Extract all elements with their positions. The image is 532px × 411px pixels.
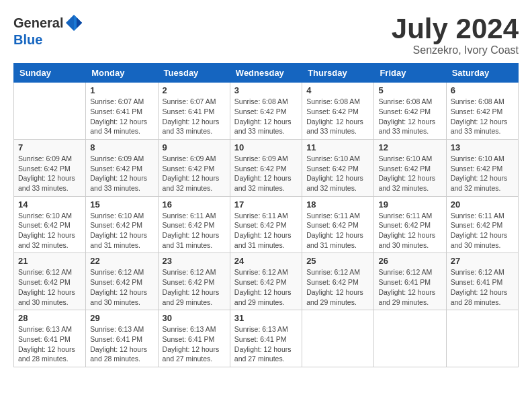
calendar-cell	[302, 310, 374, 367]
calendar-cell: 21Sunrise: 6:12 AM Sunset: 6:42 PM Dayli…	[14, 253, 86, 310]
day-number: 20	[451, 199, 514, 210]
calendar-cell: 3Sunrise: 6:08 AM Sunset: 6:42 PM Daylig…	[230, 83, 302, 140]
day-number: 22	[90, 256, 153, 266]
calendar-cell: 19Sunrise: 6:11 AM Sunset: 6:42 PM Dayli…	[374, 196, 446, 253]
calendar-cell: 9Sunrise: 6:09 AM Sunset: 6:42 PM Daylig…	[158, 139, 230, 196]
day-info: Sunrise: 6:12 AM Sunset: 6:41 PM Dayligh…	[451, 267, 514, 307]
day-number: 16	[163, 199, 226, 210]
calendar-cell: 1Sunrise: 6:07 AM Sunset: 6:41 PM Daylig…	[86, 83, 158, 140]
calendar-cell	[446, 310, 518, 367]
weekday-header-saturday: Saturday	[446, 64, 518, 83]
day-number: 18	[306, 199, 369, 210]
day-number: 12	[378, 142, 441, 152]
svg-marker-2	[77, 17, 82, 28]
weekday-header-monday: Monday	[86, 64, 158, 83]
day-number: 28	[18, 313, 81, 323]
calendar-week-2: 7Sunrise: 6:09 AM Sunset: 6:42 PM Daylig…	[14, 139, 519, 196]
calendar-week-5: 28Sunrise: 6:13 AM Sunset: 6:41 PM Dayli…	[14, 310, 519, 367]
calendar-week-4: 21Sunrise: 6:12 AM Sunset: 6:42 PM Dayli…	[14, 253, 519, 310]
logo-general-text: General	[13, 15, 63, 31]
day-info: Sunrise: 6:08 AM Sunset: 6:42 PM Dayligh…	[378, 97, 441, 136]
day-number: 25	[306, 256, 369, 266]
calendar-cell: 30Sunrise: 6:13 AM Sunset: 6:41 PM Dayli…	[158, 310, 230, 367]
weekday-header-sunday: Sunday	[14, 64, 86, 83]
calendar-week-1: 1Sunrise: 6:07 AM Sunset: 6:41 PM Daylig…	[14, 83, 519, 140]
day-number: 17	[234, 199, 298, 210]
calendar-cell: 12Sunrise: 6:10 AM Sunset: 6:42 PM Dayli…	[374, 139, 446, 196]
day-number: 13	[451, 142, 514, 152]
calendar-cell: 27Sunrise: 6:12 AM Sunset: 6:41 PM Dayli…	[446, 253, 518, 310]
calendar-cell: 31Sunrise: 6:13 AM Sunset: 6:41 PM Dayli…	[230, 310, 302, 367]
calendar-cell: 17Sunrise: 6:11 AM Sunset: 6:42 PM Dayli…	[230, 196, 302, 253]
day-info: Sunrise: 6:09 AM Sunset: 6:42 PM Dayligh…	[90, 154, 153, 193]
calendar-cell: 11Sunrise: 6:10 AM Sunset: 6:42 PM Dayli…	[302, 139, 374, 196]
page-header: General Blue July 2024 Senzekro, Ivory C…	[13, 13, 519, 56]
day-info: Sunrise: 6:12 AM Sunset: 6:42 PM Dayligh…	[306, 267, 369, 307]
calendar-cell: 14Sunrise: 6:10 AM Sunset: 6:42 PM Dayli…	[14, 196, 86, 253]
calendar-cell: 18Sunrise: 6:11 AM Sunset: 6:42 PM Dayli…	[302, 196, 374, 253]
calendar-cell: 2Sunrise: 6:07 AM Sunset: 6:41 PM Daylig…	[158, 83, 230, 140]
logo-blue-text: Blue	[13, 32, 42, 48]
weekday-header-row: SundayMondayTuesdayWednesdayThursdayFrid…	[14, 64, 519, 83]
calendar-cell: 7Sunrise: 6:09 AM Sunset: 6:42 PM Daylig…	[14, 139, 86, 196]
calendar-cell: 4Sunrise: 6:08 AM Sunset: 6:42 PM Daylig…	[302, 83, 374, 140]
calendar-week-3: 14Sunrise: 6:10 AM Sunset: 6:42 PM Dayli…	[14, 196, 519, 253]
title-section: July 2024 Senzekro, Ivory Coast	[392, 13, 519, 56]
calendar-cell	[374, 310, 446, 367]
calendar-cell: 6Sunrise: 6:08 AM Sunset: 6:42 PM Daylig…	[446, 83, 518, 140]
calendar-cell: 13Sunrise: 6:10 AM Sunset: 6:42 PM Dayli…	[446, 139, 518, 196]
day-info: Sunrise: 6:10 AM Sunset: 6:42 PM Dayligh…	[451, 154, 514, 193]
calendar-cell: 8Sunrise: 6:09 AM Sunset: 6:42 PM Daylig…	[86, 139, 158, 196]
day-info: Sunrise: 6:11 AM Sunset: 6:42 PM Dayligh…	[451, 211, 514, 250]
day-number: 21	[18, 256, 81, 266]
day-info: Sunrise: 6:09 AM Sunset: 6:42 PM Dayligh…	[18, 154, 81, 193]
calendar-cell: 24Sunrise: 6:12 AM Sunset: 6:42 PM Dayli…	[230, 253, 302, 310]
weekday-header-friday: Friday	[374, 64, 446, 83]
day-info: Sunrise: 6:10 AM Sunset: 6:42 PM Dayligh…	[90, 211, 153, 250]
day-info: Sunrise: 6:12 AM Sunset: 6:42 PM Dayligh…	[18, 267, 81, 307]
calendar-cell: 26Sunrise: 6:12 AM Sunset: 6:41 PM Dayli…	[374, 253, 446, 310]
day-number: 2	[163, 85, 226, 95]
day-info: Sunrise: 6:11 AM Sunset: 6:42 PM Dayligh…	[163, 211, 226, 250]
day-info: Sunrise: 6:12 AM Sunset: 6:42 PM Dayligh…	[163, 267, 226, 307]
day-number: 15	[90, 199, 153, 210]
calendar-cell: 10Sunrise: 6:09 AM Sunset: 6:42 PM Dayli…	[230, 139, 302, 196]
logo: General Blue	[13, 13, 85, 48]
day-number: 24	[234, 256, 298, 266]
weekday-header-wednesday: Wednesday	[230, 64, 302, 83]
day-number: 26	[378, 256, 441, 266]
day-number: 4	[306, 85, 369, 95]
day-info: Sunrise: 6:09 AM Sunset: 6:42 PM Dayligh…	[163, 154, 226, 193]
day-info: Sunrise: 6:13 AM Sunset: 6:41 PM Dayligh…	[163, 324, 226, 364]
calendar-cell: 20Sunrise: 6:11 AM Sunset: 6:42 PM Dayli…	[446, 196, 518, 253]
calendar-body: 1Sunrise: 6:07 AM Sunset: 6:41 PM Daylig…	[14, 83, 519, 367]
day-info: Sunrise: 6:09 AM Sunset: 6:42 PM Dayligh…	[234, 154, 298, 193]
day-number: 8	[90, 142, 153, 152]
calendar-cell: 29Sunrise: 6:13 AM Sunset: 6:41 PM Dayli…	[86, 310, 158, 367]
day-number: 14	[18, 199, 81, 210]
day-info: Sunrise: 6:08 AM Sunset: 6:42 PM Dayligh…	[451, 97, 514, 136]
day-number: 5	[378, 85, 441, 95]
calendar-cell: 25Sunrise: 6:12 AM Sunset: 6:42 PM Dayli…	[302, 253, 374, 310]
logo-icon	[64, 13, 83, 32]
day-number: 23	[163, 256, 226, 266]
day-info: Sunrise: 6:08 AM Sunset: 6:42 PM Dayligh…	[234, 97, 298, 136]
day-number: 1	[90, 85, 153, 95]
calendar-table: SundayMondayTuesdayWednesdayThursdayFrid…	[13, 63, 519, 367]
day-number: 10	[234, 142, 298, 152]
calendar-cell: 28Sunrise: 6:13 AM Sunset: 6:41 PM Dayli…	[14, 310, 86, 367]
day-number: 6	[451, 85, 514, 95]
day-number: 19	[378, 199, 441, 210]
day-info: Sunrise: 6:11 AM Sunset: 6:42 PM Dayligh…	[378, 211, 441, 250]
day-info: Sunrise: 6:12 AM Sunset: 6:42 PM Dayligh…	[234, 267, 298, 307]
calendar-cell: 22Sunrise: 6:12 AM Sunset: 6:42 PM Dayli…	[86, 253, 158, 310]
calendar-cell: 5Sunrise: 6:08 AM Sunset: 6:42 PM Daylig…	[374, 83, 446, 140]
day-number: 3	[234, 85, 298, 95]
day-number: 31	[234, 313, 298, 323]
location-subtitle: Senzekro, Ivory Coast	[392, 44, 519, 56]
day-number: 11	[306, 142, 369, 152]
day-info: Sunrise: 6:12 AM Sunset: 6:41 PM Dayligh…	[378, 267, 441, 307]
day-number: 27	[451, 256, 514, 266]
day-info: Sunrise: 6:07 AM Sunset: 6:41 PM Dayligh…	[163, 97, 226, 136]
day-info: Sunrise: 6:13 AM Sunset: 6:41 PM Dayligh…	[234, 324, 298, 364]
